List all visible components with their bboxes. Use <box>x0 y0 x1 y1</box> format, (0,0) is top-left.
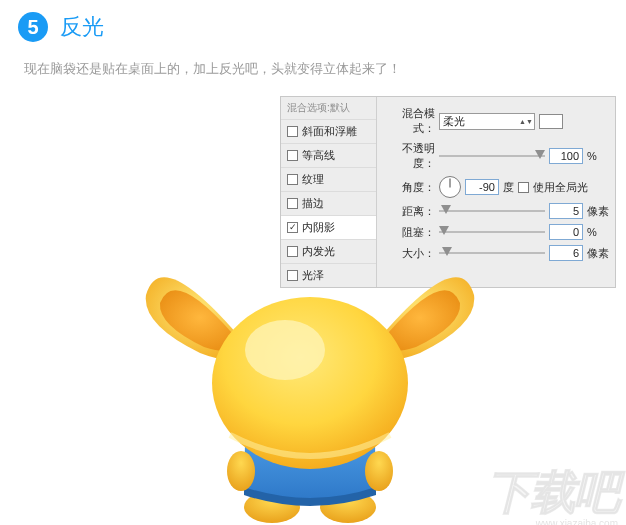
size-input[interactable]: 6 <box>549 245 583 261</box>
angle-label: 角度： <box>383 180 435 195</box>
effect-label: 斜面和浮雕 <box>302 124 357 139</box>
effect-checkbox[interactable] <box>287 174 298 185</box>
effect-label: 内阴影 <box>302 220 335 235</box>
distance-unit: 像素 <box>587 204 609 219</box>
choke-input[interactable]: 0 <box>549 224 583 240</box>
blend-mode-label: 混合模式： <box>383 106 435 136</box>
opacity-unit: % <box>587 150 609 162</box>
effect-item[interactable]: 等高线 <box>281 143 376 167</box>
list-header: 混合选项:默认 <box>281 97 376 119</box>
choke-label: 阻塞： <box>383 225 435 240</box>
angle-input[interactable]: -90 <box>465 179 499 195</box>
effect-checkbox[interactable] <box>287 198 298 209</box>
effect-checkbox[interactable]: ✓ <box>287 222 298 233</box>
angle-dial[interactable] <box>439 176 461 198</box>
watermark: 下载吧 www.xiazaiba.com <box>486 462 618 525</box>
global-light-label: 使用全局光 <box>533 180 588 195</box>
svg-point-3 <box>365 451 393 491</box>
color-swatch[interactable] <box>539 114 563 129</box>
step-title: 反光 <box>60 12 104 42</box>
svg-point-2 <box>227 451 255 491</box>
choke-slider[interactable] <box>439 225 545 239</box>
effect-item[interactable]: 斜面和浮雕 <box>281 119 376 143</box>
distance-slider[interactable] <box>439 204 545 218</box>
blend-mode-value: 柔光 <box>443 114 465 129</box>
select-arrows-icon: ▲▼ <box>521 119 531 124</box>
effect-checkbox[interactable] <box>287 126 298 137</box>
distance-label: 距离： <box>383 204 435 219</box>
effect-label: 描边 <box>302 196 324 211</box>
effect-label: 纹理 <box>302 172 324 187</box>
effect-item[interactable]: 描边 <box>281 191 376 215</box>
watermark-text: 下载吧 <box>486 462 618 524</box>
effect-label: 等高线 <box>302 148 335 163</box>
angle-unit: 度 <box>503 180 514 195</box>
size-unit: 像素 <box>587 246 609 261</box>
choke-unit: % <box>587 226 609 238</box>
opacity-input[interactable]: 100 <box>549 148 583 164</box>
opacity-label: 不透明度： <box>383 141 435 171</box>
effect-item[interactable]: ✓内阴影 <box>281 215 376 239</box>
step-description: 现在脑袋还是贴在桌面上的，加上反光吧，头就变得立体起来了！ <box>0 46 626 78</box>
distance-input[interactable]: 5 <box>549 203 583 219</box>
effect-item[interactable]: 纹理 <box>281 167 376 191</box>
svg-point-5 <box>245 320 325 380</box>
step-number-badge: 5 <box>18 12 48 42</box>
opacity-slider[interactable] <box>439 149 545 163</box>
character-illustration <box>140 255 480 525</box>
global-light-checkbox[interactable] <box>518 182 529 193</box>
blend-mode-select[interactable]: 柔光 ▲▼ <box>439 113 535 130</box>
effect-checkbox[interactable] <box>287 150 298 161</box>
